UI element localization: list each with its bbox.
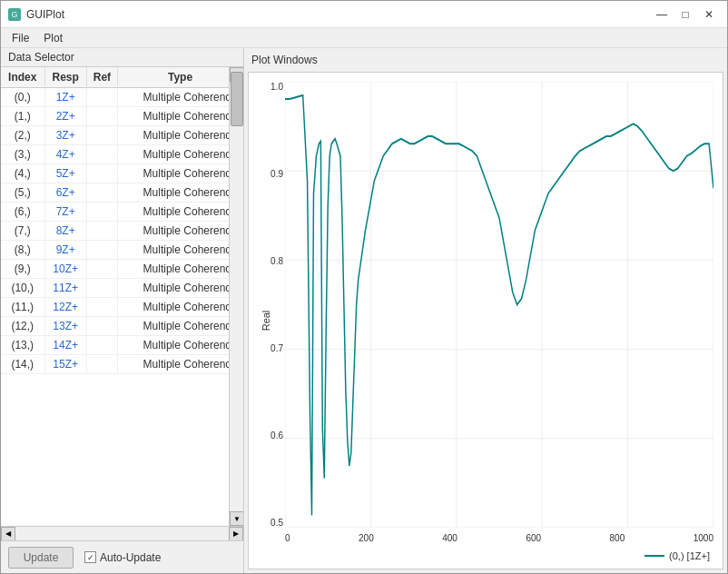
table-row[interactable]: (10,) 11Z+ Multiple Coherence [1,279,243,298]
cell-resp: 14Z+ [44,336,86,355]
y-tick-2: 0.8 [271,256,283,266]
bottom-bar: Update ✓ Auto-Update [1,540,243,573]
cell-ref [86,145,117,164]
cell-ref [86,88,117,107]
cell-ref [86,183,117,203]
window-title: GUIPlot [26,8,64,21]
title-bar: G GUIPlot — □ ✕ [1,1,727,28]
cell-index: (4,) [1,164,44,183]
table-header: Index Resp Ref Type [1,67,243,88]
auto-update-checkbox[interactable]: ✓ [84,551,96,563]
cell-resp: 8Z+ [44,222,86,241]
cell-resp: 9Z+ [44,241,86,260]
app-icon: G [8,8,21,21]
table-row[interactable]: (13,) 14Z+ Multiple Coherence [1,336,243,355]
main-content: Data Selector Index Resp Ref Type (0,) 1… [1,48,727,573]
plot-windows-label: Plot Windows [248,52,723,68]
cell-ref [86,260,117,279]
legend-line [644,555,664,557]
cell-index: (1,) [1,107,44,126]
cell-type: Multiple Coherence [118,260,243,279]
menu-plot[interactable]: Plot [36,30,70,46]
main-window: G GUIPlot — □ ✕ File Plot Data Selector … [0,0,728,574]
legend-text: (0,) [1Z+] [669,550,710,561]
plot-line [285,95,713,515]
cell-ref [86,203,117,222]
scroll-right-arrow[interactable]: ▶ [229,527,243,541]
table-row[interactable]: (2,) 3Z+ Multiple Coherence [1,126,243,145]
x-tick-0: 0 [285,533,290,543]
cell-type: Multiple Coherence [118,241,243,260]
y-tick-5: 0.5 [271,518,283,528]
menu-file[interactable]: File [5,30,36,46]
table-row[interactable]: (4,) 5Z+ Multiple Coherence [1,164,243,183]
table-row[interactable]: (3,) 4Z+ Multiple Coherence [1,145,243,164]
cell-index: (3,) [1,145,44,164]
cell-ref [86,317,117,336]
x-tick-5: 1000 [694,533,713,543]
x-tick-3: 600 [526,533,541,543]
cell-resp: 13Z+ [44,317,86,336]
cell-resp: 12Z+ [44,298,86,317]
scroll-thumb[interactable] [231,72,243,126]
x-tick-1: 200 [359,533,374,543]
table-row[interactable]: (5,) 6Z+ Multiple Coherence [1,183,243,203]
scroll-down-arrow[interactable]: ▼ [230,511,243,526]
left-panel: Data Selector Index Resp Ref Type (0,) 1… [1,48,244,573]
table-row[interactable]: (0,) 1Z+ Multiple Coherence [1,88,243,107]
cell-ref [86,241,117,260]
cell-index: (12,) [1,317,44,336]
cell-type: Multiple Coherence [118,298,243,317]
cell-type: Multiple Coherence [118,203,243,222]
menu-bar: File Plot [1,28,727,48]
table-row[interactable]: (14,) 15Z+ Multiple Coherence [1,355,243,374]
table-row[interactable]: (12,) 13Z+ Multiple Coherence [1,317,243,336]
cell-resp: 10Z+ [44,260,86,279]
table-row[interactable]: (6,) 7Z+ Multiple Coherence [1,203,243,222]
table-body: (0,) 1Z+ Multiple Coherence (1,) 2Z+ Mul… [1,88,243,374]
scroll-left-arrow[interactable]: ◀ [1,527,15,541]
close-button[interactable]: ✕ [698,5,720,24]
y-tick-1: 0.9 [271,169,283,179]
cell-index: (8,) [1,241,44,260]
cell-index: (2,) [1,126,44,145]
update-button[interactable]: Update [8,547,74,569]
horizontal-scrollbar[interactable]: ◀ ▶ [1,526,243,540]
cell-index: (6,) [1,203,44,222]
table-row[interactable]: (9,) 10Z+ Multiple Coherence [1,260,243,279]
table-row[interactable]: (11,) 12Z+ Multiple Coherence [1,298,243,317]
minimize-button[interactable]: — [651,5,673,24]
cell-ref [86,222,117,241]
cell-resp: 6Z+ [44,183,86,203]
vertical-scrollbar[interactable]: ▲ ▼ [229,67,243,526]
cell-type: Multiple Coherence [118,126,243,145]
cell-type: Multiple Coherence [118,164,243,183]
auto-update-label[interactable]: ✓ Auto-Update [84,551,161,564]
data-table: Index Resp Ref Type (0,) 1Z+ Multiple Co… [1,67,243,374]
scroll-track [15,527,229,540]
table-row[interactable]: (8,) 9Z+ Multiple Coherence [1,241,243,260]
table-row[interactable]: (7,) 8Z+ Multiple Coherence [1,222,243,241]
col-header-ref: Ref [86,67,117,88]
plot-area: Real 1.0 0.9 0.8 0.7 0.6 0.5 0 200 400 6… [248,72,723,569]
cell-index: (11,) [1,298,44,317]
x-axis-ticks: 0 200 400 600 800 1000 [285,533,713,543]
table-row[interactable]: (1,) 2Z+ Multiple Coherence [1,107,243,126]
cell-index: (10,) [1,279,44,298]
col-header-type: Type [118,67,243,88]
y-tick-4: 0.6 [271,430,283,440]
cell-resp: 7Z+ [44,203,86,222]
cell-type: Multiple Coherence [118,336,243,355]
cell-type: Multiple Coherence [118,355,243,374]
cell-ref [86,298,117,317]
maximize-button[interactable]: □ [674,5,696,24]
cell-index: (14,) [1,355,44,374]
plot-svg [285,82,713,528]
title-bar-left: G GUIPlot [8,8,64,21]
cell-type: Multiple Coherence [118,88,243,107]
cell-ref [86,279,117,298]
cell-ref [86,355,117,374]
cell-resp: 5Z+ [44,164,86,183]
cell-resp: 11Z+ [44,279,86,298]
cell-index: (9,) [1,260,44,279]
